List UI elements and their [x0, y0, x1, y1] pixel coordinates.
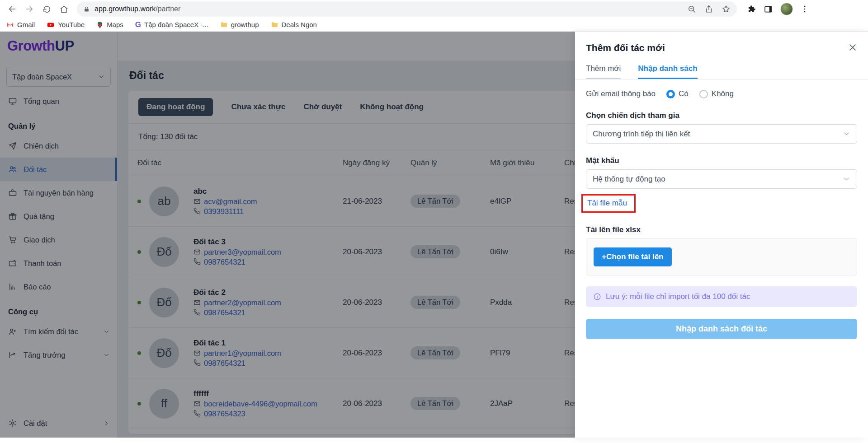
url-text: app.growthup.work/partner	[94, 5, 683, 13]
forward-icon	[24, 4, 34, 14]
home-button[interactable]	[56, 1, 71, 17]
upload-dropzone[interactable]: +Chọn file tải lên	[586, 238, 857, 275]
drawer-tabs: Thêm mới Nhập danh sách	[575, 64, 868, 79]
campaign-label: Chọn chiến dịch tham gia	[586, 111, 857, 120]
side-panel-icon[interactable]	[764, 5, 773, 14]
reload-button[interactable]	[39, 1, 54, 17]
radio-option-yes[interactable]: Có	[666, 89, 689, 98]
import-limit-note: Lưu ý: mỗi file chỉ import tối đa 100 đố…	[586, 286, 857, 307]
bookmark-spacex[interactable]: G Tập đoàn SpaceX -...	[135, 21, 208, 28]
back-button[interactable]	[5, 1, 20, 17]
chevron-down-icon	[843, 175, 850, 183]
zoom-out-icon[interactable]	[687, 5, 696, 14]
radio-no[interactable]	[699, 90, 708, 98]
reload-icon	[42, 5, 52, 14]
bookmark-star-icon[interactable]	[722, 5, 731, 14]
email-notify-row: Gửi email thông báo Có Không	[575, 89, 868, 98]
gmail-icon	[6, 21, 14, 28]
browser-profile-avatar[interactable]	[780, 3, 793, 15]
bookmark-maps[interactable]: Maps	[96, 21, 123, 28]
address-bar[interactable]: app.growthup.work/partner	[77, 1, 737, 17]
google-g-icon: G	[135, 21, 141, 28]
campaign-select[interactable]: Chương trình tiếp thị liên kết	[586, 124, 857, 144]
bookmark-folder-deals[interactable]: Deals Ngon	[271, 21, 317, 28]
browser-menu-icon[interactable]	[800, 5, 809, 14]
forward-button[interactable]	[22, 1, 37, 17]
close-icon	[848, 43, 857, 52]
youtube-icon	[47, 21, 55, 29]
password-select[interactable]: Hệ thống tự động tạo	[586, 169, 857, 189]
home-icon	[59, 5, 69, 14]
radio-yes[interactable]	[666, 90, 675, 98]
back-icon	[7, 4, 17, 14]
folder-icon	[271, 21, 278, 28]
lock-icon	[83, 6, 90, 13]
bookmarks-bar: Gmail YouTube Maps G Tập đoàn SpaceX -..…	[0, 18, 868, 32]
password-label: Mật khẩu	[586, 156, 857, 165]
chevron-down-icon	[843, 130, 850, 138]
folder-icon	[220, 21, 228, 28]
add-partner-drawer: Thêm đối tác mới Thêm mới Nhập danh sách…	[575, 32, 868, 438]
drawer-title: Thêm đối tác mới	[586, 42, 665, 53]
close-button[interactable]	[848, 43, 857, 53]
bookmark-folder-growthup[interactable]: growthup	[220, 21, 259, 28]
radio-option-no[interactable]: Không	[699, 89, 734, 98]
share-icon[interactable]	[704, 5, 713, 14]
tab-add-new[interactable]: Thêm mới	[586, 64, 621, 79]
tab-import-list[interactable]: Nhập danh sách	[638, 64, 697, 79]
info-icon	[593, 293, 601, 301]
bookmark-youtube[interactable]: YouTube	[47, 21, 85, 29]
browser-toolbar: app.growthup.work/partner	[0, 0, 868, 18]
maps-pin-icon	[96, 21, 104, 28]
extensions-puzzle-icon[interactable]	[747, 5, 756, 14]
email-notify-label: Gửi email thông báo	[586, 89, 656, 98]
upload-label: Tải lên file xlsx	[586, 225, 857, 234]
download-template-link[interactable]: Tải file mẫu	[587, 199, 627, 207]
bookmark-gmail[interactable]: Gmail	[6, 21, 35, 28]
choose-file-button[interactable]: +Chọn file tải lên	[594, 247, 672, 266]
import-list-submit-button[interactable]: Nhập danh sách đối tác	[586, 319, 857, 339]
annotation-red-box: Tải file mẫu	[581, 194, 636, 213]
